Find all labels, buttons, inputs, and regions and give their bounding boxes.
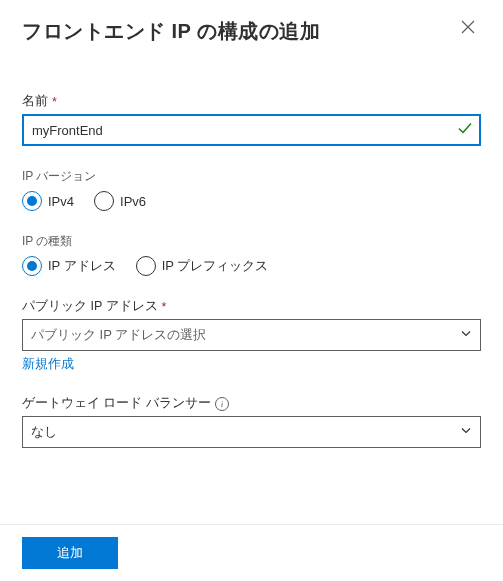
info-icon[interactable]: i	[215, 397, 229, 411]
gateway-lb-select[interactable]: なし	[22, 416, 481, 448]
ip-version-ipv6-radio[interactable]: IPv6	[94, 191, 146, 211]
ip-type-prefix-radio[interactable]: IP プレフィックス	[136, 256, 269, 276]
create-new-link[interactable]: 新規作成	[22, 355, 74, 373]
panel-footer: 追加	[0, 524, 503, 581]
ip-version-ipv4-radio[interactable]: IPv4	[22, 191, 74, 211]
chevron-down-icon	[460, 328, 472, 343]
ip-prefix-label: IP プレフィックス	[162, 257, 269, 275]
ipv4-label: IPv4	[48, 194, 74, 209]
panel-title: フロントエンド IP の構成の追加	[22, 18, 320, 45]
name-label-text: 名前	[22, 93, 48, 110]
add-button[interactable]: 追加	[22, 537, 118, 569]
ip-type-radio-group: IP アドレス IP プレフィックス	[22, 256, 481, 276]
radio-icon	[22, 256, 42, 276]
name-label: 名前 *	[22, 93, 481, 110]
radio-icon	[22, 191, 42, 211]
required-indicator: *	[162, 300, 167, 314]
required-indicator: *	[52, 95, 57, 109]
close-button[interactable]	[455, 18, 481, 39]
ip-version-radio-group: IPv4 IPv6	[22, 191, 481, 211]
ip-type-field: IP の種類 IP アドレス IP プレフィックス	[22, 233, 481, 276]
ip-address-label: IP アドレス	[48, 257, 116, 275]
gateway-lb-label: ゲートウェイ ロード バランサー i	[22, 395, 481, 412]
close-icon	[461, 20, 475, 34]
ip-type-label: IP の種類	[22, 233, 481, 250]
ip-version-field: IP バージョン IPv4 IPv6	[22, 168, 481, 211]
radio-icon	[94, 191, 114, 211]
radio-icon	[136, 256, 156, 276]
ip-version-label: IP バージョン	[22, 168, 481, 185]
gateway-lb-value: なし	[31, 423, 57, 441]
gateway-lb-label-text: ゲートウェイ ロード バランサー	[22, 395, 211, 412]
ip-type-address-radio[interactable]: IP アドレス	[22, 256, 116, 276]
ipv6-label: IPv6	[120, 194, 146, 209]
chevron-down-icon	[460, 425, 472, 440]
public-ip-label-text: パブリック IP アドレス	[22, 298, 158, 315]
gateway-lb-field: ゲートウェイ ロード バランサー i なし	[22, 395, 481, 448]
public-ip-field: パブリック IP アドレス * パブリック IP アドレスの選択 新規作成	[22, 298, 481, 373]
check-icon	[457, 121, 473, 140]
public-ip-select[interactable]: パブリック IP アドレスの選択	[22, 319, 481, 351]
public-ip-placeholder: パブリック IP アドレスの選択	[31, 326, 206, 344]
name-input-wrap	[22, 114, 481, 146]
panel-header: フロントエンド IP の構成の追加	[22, 18, 481, 45]
name-field: 名前 *	[22, 93, 481, 146]
public-ip-label: パブリック IP アドレス *	[22, 298, 481, 315]
name-input[interactable]	[22, 114, 481, 146]
